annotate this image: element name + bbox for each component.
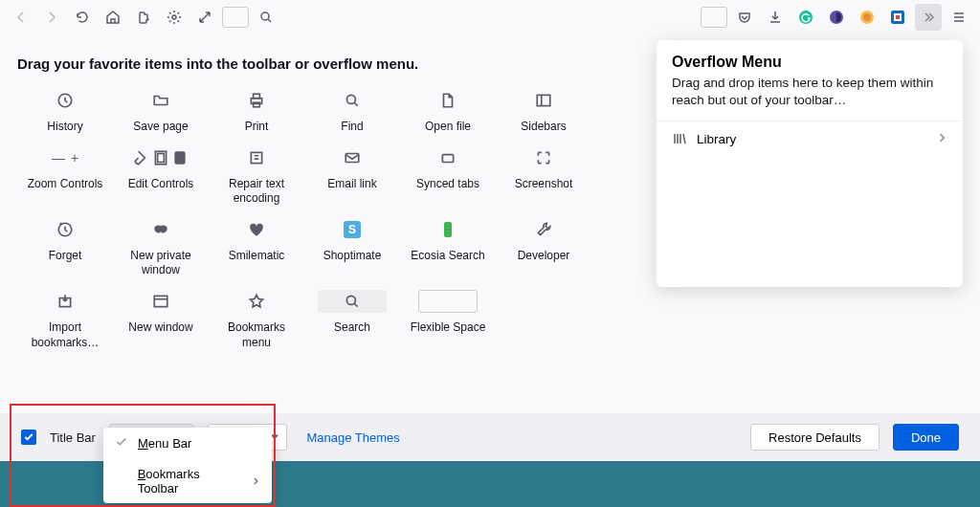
item-shoptimate[interactable]: SShoptimate xyxy=(304,218,400,278)
edit-icon xyxy=(133,146,189,169)
item-sidebars[interactable]: Sidebars xyxy=(496,89,591,135)
svg-point-13 xyxy=(346,95,355,103)
heart-icon xyxy=(248,218,265,241)
chevron-right-icon xyxy=(251,474,260,489)
search-box-icon xyxy=(318,290,387,313)
svg-rect-19 xyxy=(345,153,359,162)
file-icon xyxy=(439,89,457,112)
mask-icon xyxy=(152,218,169,241)
browser-toolbar xyxy=(0,0,980,34)
downloads-button[interactable] xyxy=(762,4,789,31)
item-new-window[interactable]: New window xyxy=(113,290,209,350)
svg-rect-20 xyxy=(442,154,453,162)
item-save-page[interactable]: Save page xyxy=(113,89,209,135)
library-icon xyxy=(672,131,687,146)
svg-rect-17 xyxy=(174,151,185,165)
item-history[interactable]: History xyxy=(17,89,113,135)
item-find[interactable]: Find xyxy=(304,89,400,135)
svg-rect-18 xyxy=(251,152,261,163)
extensions-button[interactable] xyxy=(130,4,157,31)
screenshot-icon xyxy=(535,146,552,169)
forward-button[interactable] xyxy=(38,4,65,31)
manage-themes-link[interactable]: Manage Themes xyxy=(306,430,399,445)
flexible-space-icon xyxy=(418,290,478,313)
encoding-icon xyxy=(248,146,265,169)
toolbar-spacer-box[interactable] xyxy=(701,7,727,28)
extension-purple-icon[interactable] xyxy=(823,4,850,31)
shoptimate-icon: S xyxy=(344,218,361,241)
items-grid: History Save page Print Find Open file S… xyxy=(17,89,611,362)
item-open-file[interactable]: Open file xyxy=(400,89,496,135)
menu-item-menubar[interactable]: Menu Bar xyxy=(103,428,272,459)
svg-point-5 xyxy=(863,13,871,21)
folder-icon xyxy=(152,89,169,112)
search-button[interactable] xyxy=(253,4,279,31)
svg-rect-16 xyxy=(158,153,165,162)
titlebar-checkbox[interactable] xyxy=(21,430,36,445)
extension-orange-icon[interactable] xyxy=(854,4,880,31)
svg-point-1 xyxy=(261,12,269,20)
history-icon xyxy=(56,89,74,112)
svg-rect-11 xyxy=(254,94,260,99)
url-box-placeholder[interactable] xyxy=(222,7,249,28)
done-button[interactable]: Done xyxy=(893,424,959,451)
item-screenshot[interactable]: Screenshot xyxy=(496,146,591,207)
forget-icon xyxy=(56,218,74,241)
item-import-bookmarks[interactable]: Import bookmarks… xyxy=(17,290,113,350)
star-icon xyxy=(248,290,265,313)
overflow-button[interactable] xyxy=(915,4,942,31)
mail-icon xyxy=(344,146,361,169)
svg-rect-23 xyxy=(154,296,167,306)
sidebar-icon xyxy=(535,89,552,112)
chevron-right-icon xyxy=(936,132,947,146)
grammarly-icon[interactable] xyxy=(792,4,819,31)
item-developer[interactable]: Developer xyxy=(496,218,591,278)
restore-defaults-button[interactable]: Restore Defaults xyxy=(750,424,880,451)
item-synced-tabs[interactable]: Synced tabs xyxy=(400,146,496,207)
overflow-item-library[interactable]: Library xyxy=(657,121,963,156)
overflow-title: Overflow Menu xyxy=(672,54,947,71)
reload-button[interactable] xyxy=(69,4,96,31)
pocket-button[interactable] xyxy=(731,4,758,31)
item-print[interactable]: Print xyxy=(209,89,304,135)
zoom-icon: —+ xyxy=(52,146,78,169)
app-menu-button[interactable] xyxy=(946,4,972,31)
menu-item-bookmarks-toolbar[interactable]: Bookmarks Toolbar xyxy=(103,459,272,503)
window-icon xyxy=(152,290,169,313)
item-zoom-controls[interactable]: —+Zoom Controls xyxy=(17,146,113,207)
overflow-desc: Drag and drop items here to keep them wi… xyxy=(672,75,947,109)
wrench-icon xyxy=(535,218,552,241)
search-icon xyxy=(344,89,361,112)
toolbars-dropdown-menu: Menu Bar Bookmarks Toolbar xyxy=(103,428,272,503)
item-bookmarks-menu[interactable]: Bookmarks menu xyxy=(209,290,304,350)
ecosia-icon xyxy=(444,218,452,241)
svg-rect-12 xyxy=(254,102,260,107)
extension-blue-icon[interactable] xyxy=(884,4,911,31)
svg-rect-14 xyxy=(537,95,550,105)
tabs-icon xyxy=(439,146,457,169)
svg-point-24 xyxy=(346,296,355,304)
item-edit-controls[interactable]: Edit Controls xyxy=(113,146,209,207)
item-smilematic[interactable]: Smilematic xyxy=(209,218,304,278)
overflow-menu-panel: Overflow Menu Drag and drop items here t… xyxy=(657,40,963,287)
item-search[interactable]: Search xyxy=(304,290,400,350)
item-email-link[interactable]: Email link xyxy=(304,146,400,207)
item-repair-text[interactable]: Repair text encoding xyxy=(209,146,304,207)
home-button[interactable] xyxy=(100,4,126,31)
item-private-window[interactable]: New private window xyxy=(113,218,209,278)
import-icon xyxy=(56,290,74,313)
item-flexible-space[interactable]: Flexible Space xyxy=(400,290,496,350)
svg-point-0 xyxy=(172,15,176,19)
titlebar-label: Title Bar xyxy=(50,430,96,445)
fullscreen-button[interactable] xyxy=(191,4,218,31)
item-forget[interactable]: Forget xyxy=(17,218,113,278)
back-button[interactable] xyxy=(8,4,34,31)
check-icon xyxy=(115,435,128,452)
settings-button[interactable] xyxy=(161,4,188,31)
svg-rect-8 xyxy=(896,15,900,19)
print-icon xyxy=(248,89,265,112)
item-ecosia[interactable]: Ecosia Search xyxy=(400,218,496,278)
